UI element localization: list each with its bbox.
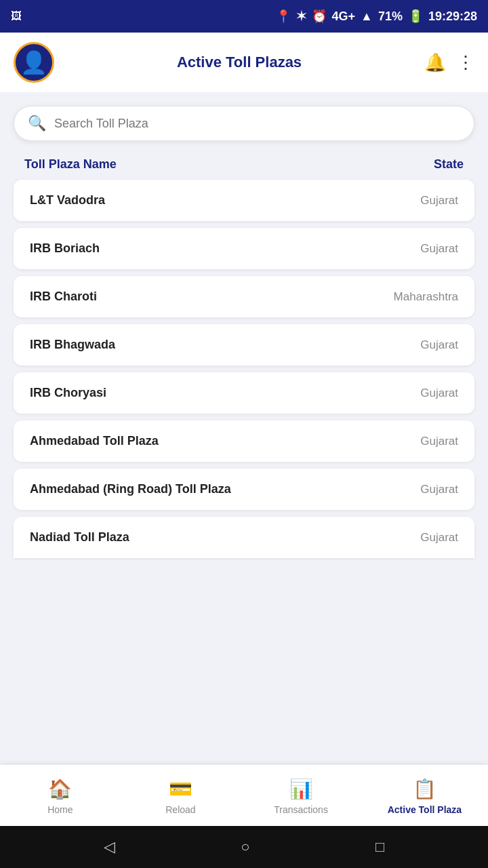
plaza-name: IRB Choryasi bbox=[30, 386, 106, 400]
more-menu-icon[interactable]: ⋮ bbox=[457, 52, 474, 73]
plaza-name: Ahmedabad (Ring Road) Toll Plaza bbox=[30, 482, 231, 496]
status-right: 📍 ✶ ⏰ 4G+ ▲ 71% 🔋 19:29:28 bbox=[276, 9, 477, 24]
plaza-state: Gujarat bbox=[420, 194, 458, 208]
nav-item-reload[interactable]: 💳 Reload bbox=[146, 778, 214, 815]
table-header: Toll Plaza Name State bbox=[14, 157, 474, 180]
header-actions: 🔔 ⋮ bbox=[424, 52, 474, 73]
location-icon: 📍 bbox=[276, 9, 291, 24]
notification-icon[interactable]: 🔔 bbox=[424, 52, 446, 73]
nav-label-home: Home bbox=[47, 804, 73, 815]
recent-button[interactable]: □ bbox=[375, 838, 384, 856]
back-button[interactable]: ◁ bbox=[104, 838, 115, 856]
plaza-item[interactable]: IRB Choryasi Gujarat bbox=[14, 372, 474, 414]
bottom-nav: 🏠 Home 💳 Reload 📊 Transactions 📋 Active … bbox=[0, 765, 488, 826]
battery-label: 71% bbox=[378, 9, 403, 24]
nav-label-reload: Reload bbox=[165, 804, 195, 815]
nav-icon-reload: 💳 bbox=[169, 778, 192, 800]
home-button[interactable]: ○ bbox=[241, 838, 249, 856]
plaza-name: IRB Boriach bbox=[30, 241, 100, 256]
nav-item-transactions[interactable]: 📊 Transactions bbox=[267, 778, 335, 815]
plaza-state: Gujarat bbox=[420, 242, 458, 256]
bluetooth-icon: ✶ bbox=[296, 9, 306, 24]
nav-label-transactions: Transactions bbox=[274, 804, 328, 815]
column-state-header: State bbox=[434, 157, 464, 172]
plaza-state: Maharashtra bbox=[394, 290, 458, 304]
plaza-name: Nadiad Toll Plaza bbox=[30, 530, 129, 545]
photo-icon: 🖼 bbox=[11, 10, 22, 22]
plaza-item[interactable]: L&T Vadodra Gujarat bbox=[14, 180, 474, 221]
search-icon: 🔍 bbox=[28, 115, 46, 132]
status-left: 🖼 bbox=[11, 10, 22, 22]
plaza-state: Gujarat bbox=[420, 387, 458, 400]
plaza-state: Gujarat bbox=[420, 338, 458, 352]
plaza-list: L&T Vadodra Gujarat IRB Boriach Gujarat … bbox=[14, 180, 474, 558]
battery-icon: 🔋 bbox=[408, 9, 423, 24]
plaza-state: Gujarat bbox=[420, 435, 458, 448]
signal-icon: ▲ bbox=[361, 9, 373, 24]
header: 👤 Active Toll Plazas 🔔 ⋮ bbox=[0, 33, 488, 92]
plaza-item[interactable]: IRB Bhagwada Gujarat bbox=[14, 324, 474, 366]
plaza-name: Ahmedabad Toll Plaza bbox=[30, 434, 159, 448]
nav-item-active-toll-plaza[interactable]: 📋 Active Toll Plaza bbox=[388, 778, 462, 815]
nav-icon-home: 🏠 bbox=[48, 778, 72, 800]
plaza-item[interactable]: IRB Charoti Maharashtra bbox=[14, 276, 474, 317]
nav-icon-active-toll-plaza: 📋 bbox=[413, 778, 436, 800]
nav-label-active-toll-plaza: Active Toll Plaza bbox=[388, 804, 462, 815]
plaza-name: IRB Charoti bbox=[30, 290, 97, 304]
plaza-item[interactable]: IRB Boriach Gujarat bbox=[14, 228, 474, 269]
android-nav: ◁ ○ □ bbox=[0, 826, 488, 868]
alarm-icon: ⏰ bbox=[312, 9, 327, 24]
status-bar: 🖼 📍 ✶ ⏰ 4G+ ▲ 71% 🔋 19:29:28 bbox=[0, 0, 488, 33]
search-input[interactable] bbox=[54, 117, 460, 131]
time-label: 19:29:28 bbox=[428, 9, 477, 24]
nav-icon-transactions: 📊 bbox=[289, 778, 313, 800]
plaza-item[interactable]: Ahmedabad (Ring Road) Toll Plaza Gujarat bbox=[14, 469, 474, 510]
plaza-name: IRB Bhagwada bbox=[30, 338, 115, 352]
column-name-header: Toll Plaza Name bbox=[24, 157, 117, 172]
avatar[interactable]: 👤 bbox=[14, 42, 54, 83]
plaza-state: Gujarat bbox=[420, 483, 458, 496]
nav-item-home[interactable]: 🏠 Home bbox=[26, 778, 94, 815]
user-icon: 👤 bbox=[20, 50, 47, 75]
plaza-item[interactable]: Nadiad Toll Plaza Gujarat bbox=[14, 517, 474, 558]
plaza-item[interactable]: Ahmedabad Toll Plaza Gujarat bbox=[14, 420, 474, 462]
plaza-name: L&T Vadodra bbox=[30, 193, 105, 208]
plaza-state: Gujarat bbox=[420, 531, 458, 545]
main-content: 🔍 Toll Plaza Name State L&T Vadodra Guja… bbox=[0, 92, 488, 765]
network-label: 4G+ bbox=[332, 9, 356, 24]
search-bar: 🔍 bbox=[14, 106, 474, 141]
page-title: Active Toll Plazas bbox=[65, 54, 413, 71]
